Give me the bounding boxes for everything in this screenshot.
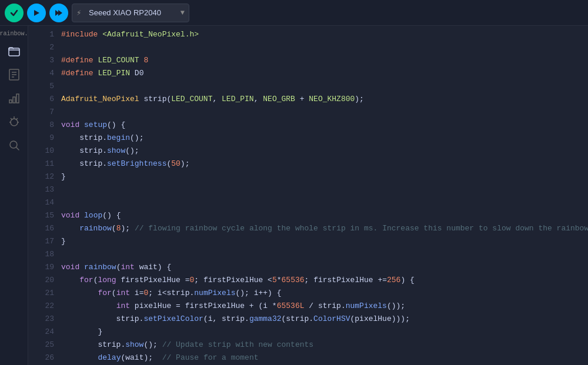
code-line-18	[61, 248, 588, 261]
code-line-13	[61, 183, 588, 196]
code-line-24: }	[61, 326, 588, 339]
code-line-11: strip. setBrightness ( 50 );	[61, 158, 588, 170]
editor-container: 1 2 3 4 5 6 7 8 9 10 11 12 13 14 15 16 1…	[28, 26, 588, 365]
code-line-15: void loop () {	[61, 209, 588, 222]
board-selector-wrap[interactable]: ⚡ Seeed XIAO RP2040 ▼	[72, 4, 189, 22]
sidebar-item-book[interactable]	[4, 64, 25, 85]
code-line-12: }	[61, 170, 588, 183]
code-line-8: void setup () {	[61, 119, 588, 132]
code-line-22: int pixelHue = firstPixelHue + (i * 6553…	[61, 300, 588, 313]
code-area[interactable]: #include <Adafruit_NeoPixel.h> #define L…	[59, 26, 588, 365]
sidebar-item-search[interactable]	[4, 135, 25, 156]
code-line-3: #define LED_COUNT 8	[61, 54, 588, 67]
code-line-1: #include <Adafruit_NeoPixel.h>	[61, 28, 588, 41]
code-line-2	[61, 41, 588, 54]
sidebar-item-chart[interactable]	[4, 88, 25, 109]
upload-button[interactable]	[27, 4, 46, 22]
board-selector[interactable]: Seeed XIAO RP2040	[72, 4, 189, 22]
sidebar-item-debug[interactable]	[4, 111, 25, 132]
code-line-23: strip. setPixelColor (i, strip. gamma32 …	[61, 313, 588, 326]
code-line-21: for ( int i= 0 ; i<strip. numPixels (); …	[61, 287, 588, 300]
code-line-5	[61, 80, 588, 93]
svg-marker-2	[58, 10, 62, 16]
line-numbers: 1 2 3 4 5 6 7 8 9 10 11 12 13 14 15 16 1…	[28, 26, 59, 365]
svg-rect-3	[9, 48, 19, 56]
code-line-19: void rainbow ( int wait) {	[61, 261, 588, 274]
toolbar: ⚡ Seeed XIAO RP2040 ▼	[0, 0, 588, 26]
verify-button[interactable]	[5, 4, 24, 22]
code-line-26: delay (wait); // Pause for a moment	[61, 351, 588, 364]
svg-rect-10	[16, 94, 19, 103]
svg-rect-9	[13, 97, 15, 103]
code-line-14	[61, 196, 588, 209]
editor-body: 1 2 3 4 5 6 7 8 9 10 11 12 13 14 15 16 1…	[28, 26, 588, 365]
code-line-10: strip. show ();	[61, 145, 588, 158]
code-line-6: Adafruit_NeoPixel strip( LED_COUNT , LED…	[61, 93, 588, 106]
code-line-9: strip. begin ();	[61, 132, 588, 145]
code-line-7	[61, 106, 588, 119]
svg-rect-8	[9, 100, 12, 103]
code-line-16: rainbow ( 8 ); // flowing rainbow cycle …	[61, 222, 588, 235]
svg-line-14	[16, 118, 18, 120]
code-line-17: }	[61, 235, 588, 248]
svg-marker-0	[34, 10, 39, 16]
svg-line-18	[16, 148, 19, 150]
upload-using-programmer-button[interactable]	[49, 4, 68, 22]
sidebar-item-folder[interactable]	[4, 41, 25, 62]
code-line-20: for ( long firstPixelHue = 0 ; firstPixe…	[61, 274, 588, 287]
code-line-25: strip. show (); // Update strip with new…	[61, 339, 588, 351]
main-area: w4-rainbow.ino	[0, 26, 588, 365]
code-line-4: #define LED_PIN D0	[61, 67, 588, 80]
sidebar: w4-rainbow.ino	[0, 26, 28, 365]
svg-line-13	[11, 118, 12, 120]
